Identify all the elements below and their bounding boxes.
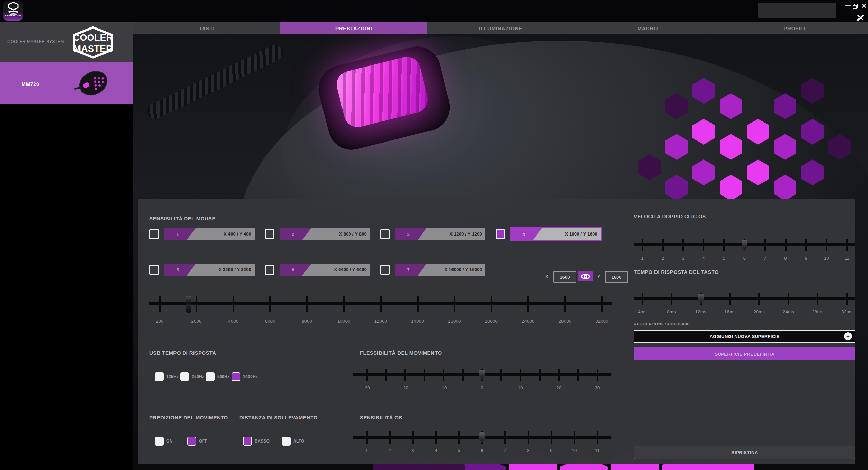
sidebar-item-mm720[interactable]: MM720 — [0, 62, 133, 104]
dpi-preset[interactable]: 3X 1200 / Y 1200 — [395, 228, 485, 240]
slider-handle[interactable] — [698, 294, 704, 305]
dpi-preset-checkbox[interactable] — [149, 265, 159, 275]
slider-tick — [443, 369, 444, 381]
dpi-preset-checkbox[interactable] — [496, 229, 505, 239]
slider-tick — [389, 431, 391, 444]
close-button[interactable]: ✕ — [861, 3, 867, 9]
tick-label: 12000 — [366, 319, 396, 324]
tab-illuminazione[interactable]: ILLUMINAZIONE — [427, 22, 574, 34]
dpi-preset-number: 4 — [511, 228, 542, 240]
tick-label: 2000 — [181, 319, 212, 324]
tools-icon — [857, 14, 864, 21]
sidebar-header: COOLER MASTER SYSTEM COOLER MASTER — [0, 22, 133, 62]
prediction-option-checkbox[interactable] — [187, 437, 196, 446]
dpi-y-input[interactable] — [605, 271, 628, 283]
dpi-preset-checkbox[interactable] — [380, 265, 390, 275]
dpi-preset[interactable]: 1X 400 / Y 400 — [164, 228, 255, 240]
minimize-button[interactable]: — — [845, 3, 851, 8]
slider-tick — [404, 369, 406, 381]
slider-tick — [682, 239, 684, 251]
slider-tick — [500, 369, 502, 381]
tick-label: 14000 — [402, 319, 433, 324]
tick-label: 8ms — [656, 309, 687, 314]
tab-macro[interactable]: MACRO — [574, 22, 721, 34]
dpi-x-input[interactable] — [553, 271, 576, 283]
dpi-preset[interactable]: 5X 3200 / Y 3200 — [164, 264, 255, 276]
slider-tick — [520, 369, 521, 381]
dpi-preset-checkbox[interactable] — [265, 229, 274, 239]
dpi-preset-checkbox[interactable] — [380, 229, 390, 239]
slider-track[interactable] — [634, 297, 855, 300]
response-time-slider[interactable]: 4ms8ms12ms16ms20ms24ms28ms32ms — [634, 283, 855, 322]
tick-label: 28000 — [550, 319, 580, 324]
slider-tick — [597, 431, 598, 444]
dpi-preset-checkbox[interactable] — [265, 265, 274, 275]
dpi-preset[interactable]: 4X 1600 / Y 1600 — [511, 228, 601, 240]
slider-tick — [462, 369, 464, 381]
dpi-preset-checkbox[interactable] — [149, 229, 159, 239]
liftoff-option-checkbox[interactable] — [243, 437, 252, 446]
liftoff-option-label: ALTO — [293, 439, 304, 444]
slider-handle[interactable] — [742, 240, 747, 251]
tick-label: 4000 — [218, 319, 248, 324]
usb-rate-option-checkbox[interactable] — [180, 372, 189, 381]
tick-label: 24000 — [513, 319, 543, 324]
slider-tick — [306, 296, 308, 312]
profile-selector[interactable] — [758, 3, 836, 18]
slider-handle[interactable] — [479, 432, 485, 444]
tick-label: -20 — [390, 385, 420, 390]
usb-rate-option-checkbox[interactable] — [206, 372, 215, 381]
dpi-preset[interactable]: 7X 16000 / Y 16000 — [395, 264, 485, 276]
dpi-preset-value: X 6400 / Y 6400 — [334, 264, 367, 276]
slider-tick — [528, 431, 529, 444]
default-surface-button[interactable]: SUPERFICIE PREDEFINITA — [634, 347, 855, 360]
tab-prestazioni[interactable]: PRESTAZIONI — [280, 22, 427, 34]
add-surface-button[interactable]: AGGIUNGI NUOVA SUPERFICIE + — [634, 330, 855, 343]
slider-tick — [458, 431, 460, 444]
xy-link-button[interactable] — [578, 271, 593, 281]
default-surface-label: SUPERFICIE PREDEFINITA — [715, 352, 774, 357]
slider-tick — [601, 296, 603, 312]
dpi-preset-number: 6 — [280, 264, 311, 276]
flex-slider[interactable]: -30-20-100102030 — [353, 359, 611, 398]
masterplus-logo-icon — [6, 1, 21, 15]
slider-handle[interactable] — [186, 296, 191, 313]
os-sensitivity-slider[interactable]: 1234567891011 — [353, 421, 611, 460]
slider-tick — [805, 239, 807, 251]
tick-label: 11 — [832, 256, 862, 261]
device-name: MM720 — [22, 81, 39, 87]
usb-rate-option-checkbox[interactable] — [232, 372, 240, 381]
usb-rate-option-label: 250Hz — [192, 374, 204, 379]
tick-label: 32000 — [587, 319, 617, 324]
liftoff-option-checkbox[interactable] — [282, 437, 291, 446]
tick-label: 0 — [467, 385, 497, 390]
usb-rate-option-checkbox[interactable] — [155, 372, 164, 381]
link-icon — [580, 274, 590, 279]
device-sidebar: COOLER MASTER SYSTEM COOLER MASTER MM720 — [0, 22, 133, 470]
tab-tasti[interactable]: TASTI — [133, 22, 280, 34]
slider-handle[interactable] — [479, 370, 485, 381]
honeycomb-hex — [801, 78, 824, 104]
dpi-preset-value: X 16000 / Y 16000 — [444, 264, 482, 276]
prediction-option-checkbox[interactable] — [155, 437, 164, 446]
x-axis-label: X — [545, 274, 548, 279]
double-click-slider[interactable]: 1234567891011 — [634, 229, 855, 268]
dpi-preset-number: 1 — [164, 228, 196, 240]
slider-tick — [577, 369, 579, 381]
tab-profili[interactable]: PROFILI — [721, 22, 868, 34]
tick-label: 30 — [582, 385, 613, 390]
dpi-preset[interactable]: 2X 800 / Y 800 — [280, 228, 370, 240]
dpi-preset[interactable]: 6X 6400 / Y 6400 — [280, 264, 370, 276]
svg-text:COOLER: COOLER — [73, 32, 113, 43]
slider-tick — [424, 369, 425, 381]
slider-tick — [846, 293, 848, 305]
dpi-slider[interactable]: 2002000400060008000100001200014000160002… — [149, 288, 612, 327]
tick-label: -30 — [351, 385, 382, 390]
restore-button[interactable] — [853, 4, 858, 11]
slider-tick — [366, 431, 368, 444]
slider-tick — [671, 293, 672, 305]
tools-button[interactable] — [857, 14, 864, 23]
restore-defaults-button[interactable]: RIPRISTINA — [634, 446, 855, 459]
slider-tick — [454, 296, 455, 312]
slider-tick — [729, 293, 731, 305]
